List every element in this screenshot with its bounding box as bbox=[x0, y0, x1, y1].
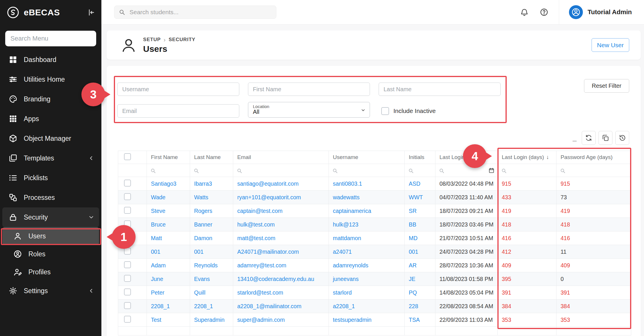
sidebar-item-picklists[interactable]: Picklists bbox=[0, 168, 101, 188]
help-icon[interactable] bbox=[540, 8, 548, 17]
filter-last-name-input[interactable] bbox=[379, 83, 501, 96]
column-filter-input[interactable] bbox=[233, 164, 329, 177]
column-filter-input[interactable] bbox=[405, 164, 435, 177]
location-select[interactable]: Location All bbox=[248, 102, 370, 118]
cell-last-name[interactable]: Superadmin bbox=[190, 313, 233, 327]
cell-first-name[interactable]: 2208_1 bbox=[147, 300, 190, 313]
filter-first-name-input[interactable] bbox=[248, 83, 370, 96]
copy-export-button[interactable] bbox=[599, 131, 612, 145]
cell-first-name[interactable]: Steve bbox=[147, 204, 190, 218]
column-filter-input[interactable] bbox=[498, 164, 557, 177]
row-checkbox[interactable] bbox=[124, 193, 131, 200]
cell-email[interactable]: 13410@coderacademy.edu.au bbox=[233, 272, 329, 286]
column-header-username[interactable]: Username bbox=[329, 151, 405, 164]
sidebar-item-dashboard[interactable]: Dashboard bbox=[0, 50, 101, 70]
row-checkbox[interactable] bbox=[124, 207, 131, 214]
cell-last-name[interactable]: Damon bbox=[190, 231, 233, 245]
sidebar-item-security[interactable]: Security bbox=[2, 207, 99, 227]
cell-email[interactable]: matt@test.com bbox=[233, 231, 329, 245]
column-filter-input[interactable] bbox=[557, 164, 631, 177]
cell-last-name[interactable]: Quill bbox=[190, 286, 233, 300]
cell-username[interactable]: hulk@123 bbox=[329, 218, 405, 231]
cell-username[interactable]: captainamerica bbox=[329, 204, 405, 218]
cell-initials[interactable]: AR bbox=[405, 259, 435, 272]
sidebar-item-roles[interactable]: Roles bbox=[0, 245, 101, 263]
row-checkbox[interactable] bbox=[124, 275, 131, 282]
column-header-first-name[interactable]: First Name bbox=[147, 151, 190, 164]
cell-email[interactable]: A24071@mailinator.com bbox=[233, 245, 329, 259]
cell-last-name[interactable]: 001 bbox=[190, 245, 233, 259]
cell-email[interactable]: a2208_1@mailinator.com bbox=[233, 300, 329, 313]
cell-first-name[interactable]: Peter bbox=[147, 286, 190, 300]
column-filter-input[interactable] bbox=[329, 164, 405, 177]
cell-initials[interactable]: WWT bbox=[405, 191, 435, 204]
cell-first-name[interactable]: Adam bbox=[147, 259, 190, 272]
cell-initials[interactable]: 001 bbox=[405, 245, 435, 259]
filter-username-input[interactable] bbox=[117, 83, 239, 96]
cell-username[interactable]: wadewatts bbox=[329, 191, 405, 204]
new-user-button[interactable]: New User bbox=[592, 38, 629, 52]
user-name[interactable]: Tutorial Admin bbox=[588, 8, 632, 16]
user-avatar[interactable] bbox=[569, 5, 583, 19]
column-header-last-name[interactable]: Last Name bbox=[190, 151, 233, 164]
cell-first-name[interactable]: Test bbox=[147, 313, 190, 327]
sidebar-item-settings[interactable]: Settings bbox=[0, 281, 101, 301]
row-checkbox[interactable] bbox=[124, 302, 131, 309]
refresh-button[interactable] bbox=[582, 131, 596, 145]
sidebar-item-profiles[interactable]: Profiles bbox=[0, 263, 101, 281]
include-inactive-checkbox[interactable] bbox=[381, 107, 389, 115]
cell-last-name[interactable]: Watts bbox=[190, 191, 233, 204]
reset-filter-button[interactable]: Reset Filter bbox=[584, 79, 629, 93]
cell-email[interactable]: santiago@equatorit.com bbox=[233, 177, 329, 191]
sidebar-item-templates[interactable]: Templates bbox=[0, 148, 101, 168]
cell-initials[interactable]: BB bbox=[405, 218, 435, 231]
cell-username[interactable]: a2208_1 bbox=[329, 300, 405, 313]
cell-last-name[interactable]: Ibarra3 bbox=[190, 177, 233, 191]
cell-last-name[interactable]: Banner bbox=[190, 218, 233, 231]
cell-last-name[interactable]: 2208_1 bbox=[190, 300, 233, 313]
column-filter-input[interactable] bbox=[435, 164, 498, 177]
cell-username[interactable]: juneevans bbox=[329, 272, 405, 286]
cell-first-name[interactable]: Wade bbox=[147, 191, 190, 204]
cell-last-name[interactable]: Reynolds bbox=[190, 259, 233, 272]
cell-username[interactable]: starlord bbox=[329, 286, 405, 300]
row-checkbox[interactable] bbox=[124, 261, 131, 268]
sidebar-item-users[interactable]: Users bbox=[2, 227, 99, 245]
cell-username[interactable]: adamreynolds bbox=[329, 259, 405, 272]
sidebar-item-apps[interactable]: Apps bbox=[0, 109, 101, 129]
column-header-email[interactable]: Email bbox=[233, 151, 329, 164]
cell-first-name[interactable]: June bbox=[147, 272, 190, 286]
sidebar-item-processes[interactable]: Processes bbox=[0, 188, 101, 207]
cell-email[interactable]: hulk@test.com bbox=[233, 218, 329, 231]
breadcrumb-setup[interactable]: SETUP bbox=[143, 37, 161, 43]
cell-first-name[interactable]: Bruce bbox=[147, 218, 190, 231]
cell-initials[interactable]: ASD bbox=[405, 177, 435, 191]
cell-last-name[interactable]: Evans bbox=[190, 272, 233, 286]
cell-first-name[interactable]: 001 bbox=[147, 245, 190, 259]
filter-email-input[interactable] bbox=[117, 104, 239, 118]
cell-initials[interactable]: MD bbox=[405, 231, 435, 245]
column-header-last-login-days[interactable]: Last Login (days)↓ bbox=[498, 151, 557, 164]
row-checkbox[interactable] bbox=[124, 180, 131, 187]
notifications-bell-icon[interactable] bbox=[520, 8, 529, 17]
breadcrumb-security[interactable]: SECURITY bbox=[169, 37, 195, 43]
cell-first-name[interactable]: Santiago3 bbox=[147, 177, 190, 191]
column-filter-input[interactable] bbox=[190, 164, 233, 177]
column-filter-input[interactable] bbox=[147, 164, 190, 177]
sidebar-collapse-icon[interactable] bbox=[87, 8, 95, 17]
cell-initials[interactable]: PQ bbox=[405, 286, 435, 300]
cell-email[interactable]: captain@test.com bbox=[233, 204, 329, 218]
cell-email[interactable]: super@admin.com bbox=[233, 313, 329, 327]
column-header-password-age-days[interactable]: Password Age (days) bbox=[557, 151, 631, 164]
cell-username[interactable]: mattdamon bbox=[329, 231, 405, 245]
cell-initials[interactable]: JE bbox=[405, 272, 435, 286]
sidebar-item-object-manager[interactable]: Object Manager bbox=[0, 129, 101, 148]
student-search-input[interactable] bbox=[114, 6, 276, 19]
cell-username[interactable]: testsuperadmin bbox=[329, 313, 405, 327]
column-header-initials[interactable]: Initials bbox=[405, 151, 435, 164]
row-checkbox[interactable] bbox=[124, 316, 131, 323]
cell-initials[interactable]: 228 bbox=[405, 300, 435, 313]
cell-email[interactable]: adamrey@test.com bbox=[233, 259, 329, 272]
cell-initials[interactable]: TSA bbox=[405, 313, 435, 327]
select-all-checkbox[interactable] bbox=[124, 153, 131, 160]
